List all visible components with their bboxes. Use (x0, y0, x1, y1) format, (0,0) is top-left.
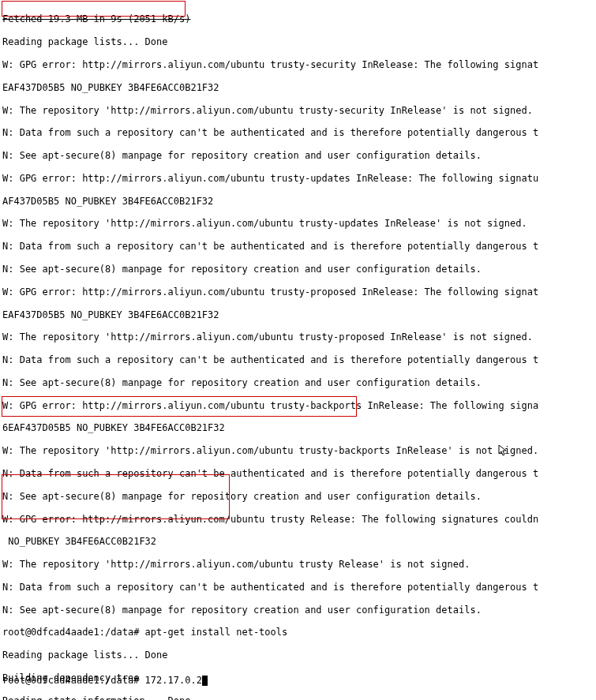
output-line: Reading state information... Done (2, 695, 538, 700)
output-line: W: GPG error: http://mirrors.aliyun.com/… (2, 400, 538, 411)
output-line: EAF437D05B5 NO_PUBKEY 3B4FE6ACC0B21F32 (2, 82, 538, 93)
output-line: N: See apt-secure(8) manpage for reposit… (2, 605, 538, 616)
output-line: N: Data from such a repository can't be … (2, 468, 538, 479)
output-line: Reading package lists... Done (2, 649, 538, 661)
output-line: Fetched 19.3 MB in 9s (2051 kB/s) (2, 13, 538, 24)
output-line: W: The repository 'http://mirrors.aliyun… (2, 218, 538, 229)
output-line: W: The repository 'http://mirrors.aliyun… (2, 445, 538, 456)
output-line: NO_PUBKEY 3B4FE6ACC0B21F32 (2, 536, 538, 547)
output-line: W: The repository 'http://mirrors.aliyun… (2, 559, 538, 570)
output-line: N: Data from such a repository can't be … (2, 582, 538, 593)
output-line: AF437D05B5 NO_PUBKEY 3B4FE6ACC0B21F32 (2, 196, 538, 207)
output-line: N: See apt-secure(8) manpage for reposit… (2, 264, 538, 275)
output-line: N: See apt-secure(8) manpage for reposit… (2, 150, 538, 161)
output-line: N: Data from such a repository can't be … (2, 354, 538, 365)
prompt-text: root@0dfcad4aade1:/data# 172.17.0.2 (2, 675, 202, 686)
output-line: W: The repository 'http://mirrors.aliyun… (2, 331, 538, 343)
command-prompt[interactable]: root@0dfcad4aade1:/data# 172.17.0.2 (2, 675, 208, 686)
output-line: 6EAF437D05B5 NO_PUBKEY 3B4FE6ACC0B21F32 (2, 422, 538, 433)
output-line: W: The repository 'http://mirrors.aliyun… (2, 105, 538, 116)
output-line: Reading package lists... Done (2, 36, 538, 47)
output-line: EAF437D05B5 NO_PUBKEY 3B4FE6ACC0B21F32 (2, 309, 538, 320)
terminal-output[interactable]: Fetched 19.3 MB in 9s (2051 kB/s) Readin… (0, 0, 541, 700)
output-line: root@0dfcad4aade1:/data# apt-get install… (2, 627, 538, 638)
output-line: N: See apt-secure(8) manpage for reposit… (2, 377, 538, 388)
output-line: W: GPG error: http://mirrors.aliyun.com/… (2, 514, 538, 525)
output-line: W: GPG error: http://mirrors.aliyun.com/… (2, 286, 538, 298)
output-line: W: GPG error: http://mirrors.aliyun.com/… (2, 59, 538, 70)
output-line: N: Data from such a repository can't be … (2, 241, 538, 252)
text-cursor (202, 676, 208, 686)
output-line: N: See apt-secure(8) manpage for reposit… (2, 491, 538, 502)
output-line: N: Data from such a repository can't be … (2, 127, 538, 138)
mouse-cursor-icon (498, 444, 509, 460)
output-line: W: GPG error: http://mirrors.aliyun.com/… (2, 173, 538, 184)
